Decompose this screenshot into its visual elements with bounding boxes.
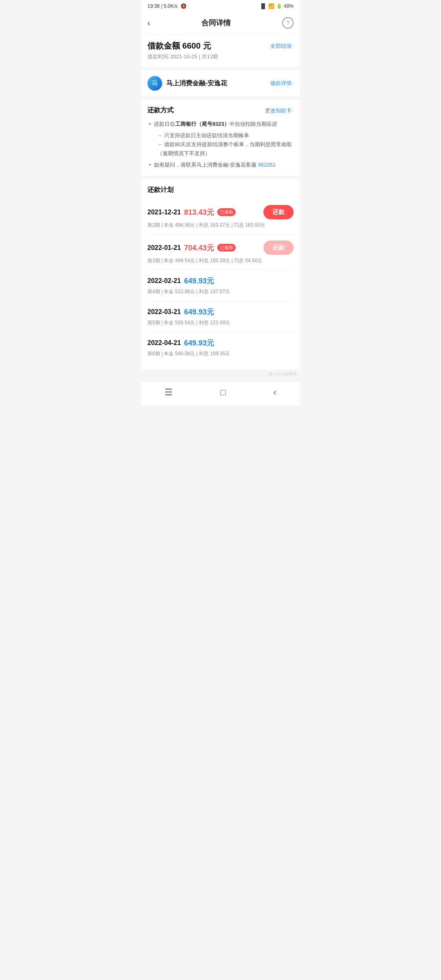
bottom-nav: ☰ □ ‹: [141, 382, 300, 406]
repay-plan-section: 还款计划 2021-12-21 813.43元 已逾期 还款 第2期 | 本金 …: [141, 179, 300, 370]
plan-amount-0: 813.43元: [184, 207, 214, 217]
plan-row-1: 2022-01-21 704.43元 已逾期 还款: [147, 241, 294, 255]
status-time-network: 19:38 | 5.0K/s 🔕: [147, 3, 187, 9]
plan-item-3: 2022-03-21 649.93元 第5期 | 本金 526.54元 | 利息…: [147, 301, 294, 332]
plan-date-0: 2021-12-21: [147, 209, 181, 216]
repay-method-title: 还款方式: [147, 106, 174, 115]
loan-detail-button[interactable]: 借款详情 ›: [270, 80, 294, 87]
repay-method-item-1: 还款日在工商银行（尾号9323）中自动扣除当期应还: [147, 120, 294, 129]
plan-detail-1: 第3期 | 本金 499.54元 | 利息 150.39元 | 罚息 54.50…: [147, 257, 294, 264]
repay-method-item-2: － 只支持还款日主动还款结清当期账单: [147, 131, 294, 140]
plan-date-amount-3: 2022-03-21 649.93元: [147, 307, 214, 317]
plan-amount-4: 649.93元: [184, 338, 214, 348]
repay-plan-header: 还款计划: [147, 186, 294, 194]
loan-amount: 6600 元: [183, 41, 211, 50]
loan-amount-title: 借款金额 6600 元: [147, 40, 211, 51]
company-name: 马上消费金融-安逸花: [166, 79, 227, 88]
loan-date-value: 2021-10-25: [170, 53, 198, 60]
customer-phone[interactable]: 952251: [258, 162, 276, 168]
wifi-icon: 📶: [268, 3, 274, 9]
status-bar: 19:38 | 5.0K/s 🔕 ▐▌ 📶 🔋 48%: [141, 0, 300, 12]
chevron-right-icon2: ›: [292, 80, 294, 87]
change-card-button[interactable]: 更改扣款卡 ›: [265, 107, 294, 114]
nav-menu-button[interactable]: ☰: [165, 387, 173, 398]
battery-percent: 48%: [284, 3, 294, 9]
watermark: 值＋什么值得买: [141, 370, 300, 379]
plan-amount-1: 704.43元: [184, 243, 214, 253]
loan-label: 借款金额: [147, 41, 180, 50]
repay-button-0[interactable]: 还款: [263, 205, 294, 219]
plan-row-2: 2022-02-21 649.93元: [147, 276, 294, 286]
status-time: 19:38: [147, 3, 160, 9]
battery-icon: 🔋: [276, 3, 282, 9]
company-info: 马 马上消费金融-安逸花: [147, 76, 227, 91]
plan-detail-0: 第2期 | 本金 486.56元 | 利息 163.37元 | 罚息 163.5…: [147, 222, 294, 229]
loan-amount-row: 借款金额 6600 元 全部结清 ›: [147, 40, 294, 51]
repay-method-item-4: 如有疑问，请联系马上消费金融-安逸花客服 952251: [147, 160, 294, 169]
plan-row-0: 2021-12-21 813.43元 已逾期 还款: [147, 205, 294, 219]
plan-date-2: 2022-02-21: [147, 277, 181, 285]
bank-name: 工商银行（尾号9323）: [175, 121, 229, 127]
help-button[interactable]: ?: [282, 17, 294, 29]
plan-date-amount-0: 2021-12-21 813.43元 已逾期: [147, 207, 236, 217]
loan-detail-label: 借款详情: [270, 80, 292, 87]
loan-date-info: 借款时间 2021-10-25 | 共12期: [147, 53, 294, 60]
overdue-badge-0: 已逾期: [217, 208, 236, 216]
repay-button-1[interactable]: 还款: [263, 241, 294, 255]
plan-amount-2: 649.93元: [184, 276, 214, 286]
repay-plan-title: 还款计划: [147, 186, 174, 194]
loan-period-separator: |: [199, 53, 202, 60]
bell-icon: 🔕: [180, 3, 187, 9]
repay-method-section: 还款方式 更改扣款卡 › 还款日在工商银行（尾号9323）中自动扣除当期应还 －…: [141, 100, 300, 176]
header: ‹ 合同详情 ?: [141, 12, 300, 34]
repay-method-list: 还款日在工商银行（尾号9323）中自动扣除当期应还 － 只支持还款日主动还款结清…: [147, 120, 294, 169]
plan-detail-2: 第4期 | 本金 512.86元 | 利息 137.07元: [147, 288, 294, 295]
plan-amount-3: 649.93元: [184, 307, 214, 317]
help-icon: ?: [286, 20, 290, 26]
plan-date-1: 2022-01-21: [147, 244, 181, 252]
plan-item-0: 2021-12-21 813.43元 已逾期 还款 第2期 | 本金 486.5…: [147, 199, 294, 235]
plan-row-3: 2022-03-21 649.93元: [147, 307, 294, 317]
company-icon-text: 马: [151, 79, 158, 88]
nav-back-button[interactable]: ‹: [273, 387, 276, 398]
loan-info-section: 借款金额 6600 元 全部结清 › 借款时间 2021-10-25 | 共12…: [141, 34, 300, 67]
company-logo: 马: [147, 76, 162, 91]
plan-row-4: 2022-04-21 649.93元: [147, 338, 294, 348]
chevron-right-icon3: ›: [292, 107, 294, 114]
plan-detail-4: 第6期 | 本金 540.58元 | 利息 109.35元: [147, 350, 294, 357]
plan-item-1: 2022-01-21 704.43元 已逾期 还款 第3期 | 本金 499.5…: [147, 235, 294, 270]
plan-item-2: 2022-02-21 649.93元 第4期 | 本金 512.86元 | 利息…: [147, 270, 294, 301]
page-title: 合同详情: [201, 18, 231, 28]
repay-method-item-3: － 借款90天后支持提前结清整个账单，当期利息照常收取（逾期情况下不支持）: [147, 140, 294, 158]
status-speed: 5.0K/s: [164, 3, 178, 9]
chevron-right-icon: ›: [292, 43, 294, 49]
overdue-badge-1: 已逾期: [217, 244, 236, 252]
clear-all-button[interactable]: 全部结清 ›: [270, 42, 294, 50]
status-right: ▐▌ 📶 🔋 48%: [260, 3, 294, 9]
company-section: 马 马上消费金融-安逸花 借款详情 ›: [141, 70, 300, 96]
plan-date-amount-2: 2022-02-21 649.93元: [147, 276, 214, 286]
change-card-label: 更改扣款卡: [265, 107, 292, 114]
plan-item-4: 2022-04-21 649.93元 第6期 | 本金 540.58元 | 利息…: [147, 332, 294, 363]
plan-detail-3: 第5期 | 本金 526.54元 | 利息 123.39元: [147, 319, 294, 326]
nav-home-button[interactable]: □: [220, 387, 226, 398]
signal-icon: ▐▌: [260, 3, 267, 9]
plan-date-3: 2022-03-21: [147, 308, 181, 316]
loan-date-label: 借款时间: [147, 53, 169, 60]
plan-date-amount-4: 2022-04-21 649.93元: [147, 338, 214, 348]
back-button[interactable]: ‹: [147, 18, 150, 28]
plan-date-amount-1: 2022-01-21 704.43元 已逾期: [147, 243, 236, 253]
loan-period: 共12期: [202, 53, 218, 60]
repay-method-header: 还款方式 更改扣款卡 ›: [147, 106, 294, 115]
clear-all-label: 全部结清: [270, 42, 292, 50]
plan-date-4: 2022-04-21: [147, 339, 181, 347]
